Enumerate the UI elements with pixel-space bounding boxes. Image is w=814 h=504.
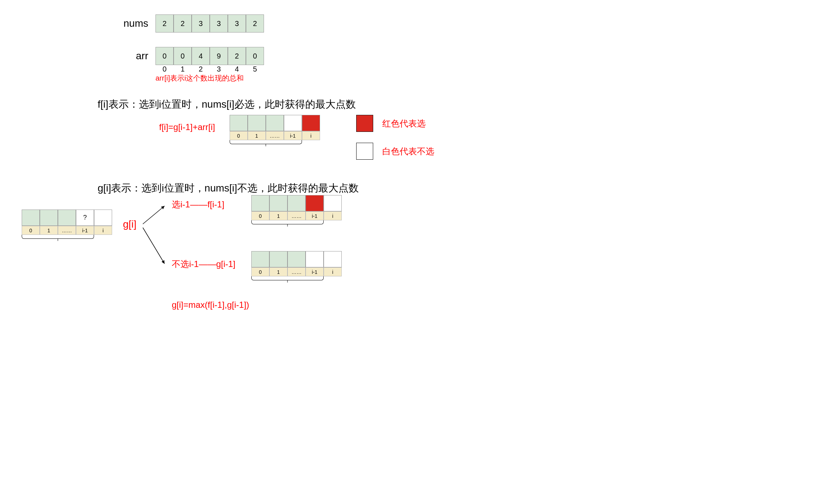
diagram-index: 0	[22, 226, 40, 235]
diagram-index: ……	[58, 226, 76, 235]
diagram-cell	[58, 210, 76, 226]
g-formula: g[i]=max(f[i-1],g[i-1])	[172, 300, 249, 310]
arr-label: arr	[105, 50, 148, 62]
svg-line-0	[143, 206, 165, 224]
diagram-index: i	[324, 211, 342, 220]
arr-index: 4	[228, 65, 246, 73]
diagram-cell-red	[302, 115, 320, 131]
g-label: g[i]	[123, 219, 136, 230]
arr-index: 0	[155, 65, 174, 73]
diagram-index: i-1	[306, 211, 324, 220]
diagram-index: ……	[287, 211, 306, 220]
arr-index: 1	[174, 65, 192, 73]
nums-cell: 2	[174, 14, 192, 33]
nums-cell: 3	[228, 14, 246, 33]
arr-cell: 4	[192, 47, 210, 65]
diagram-index: i-1	[76, 226, 94, 235]
diagram-index: 0	[251, 267, 269, 276]
g-branch2-diagram: 0 1 …… i-1 i	[251, 251, 342, 282]
arr-index: 2	[192, 65, 210, 73]
arr-index: 5	[246, 65, 264, 73]
brace-icon	[22, 235, 94, 240]
diagram-index: 1	[248, 131, 266, 140]
nums-label: nums	[105, 18, 148, 29]
diagram-cell	[251, 251, 269, 267]
diagram-index: i	[94, 226, 112, 235]
nums-cell: 3	[192, 14, 210, 33]
nums-cell: 2	[246, 14, 264, 33]
legend-red-label: 红色代表选	[382, 118, 426, 129]
branch-arrows	[141, 199, 170, 271]
diagram-cell	[248, 115, 266, 131]
diagram-cell	[40, 210, 58, 226]
g-description: g[i]表示：选到i位置时，nums[i]不选，此时获得的最大点数	[98, 181, 800, 195]
diagram-cell-white	[324, 195, 342, 211]
nums-cell: 3	[210, 14, 228, 33]
diagram-cell	[251, 195, 269, 211]
diagram-index: ……	[266, 131, 284, 140]
arr-index: 3	[210, 65, 228, 73]
legend-white-label: 白色代表不选	[382, 146, 434, 157]
arr-array: 0 0 4 9 2 0	[155, 47, 264, 65]
f-formula: f[i]=g[i-1]+arr[i]	[159, 122, 215, 132]
diagram-cell	[269, 195, 287, 211]
diagram-cell-white	[306, 251, 324, 267]
arr-cell: 0	[246, 47, 264, 65]
legend-white-swatch	[356, 143, 373, 160]
diagram-cell	[266, 115, 284, 131]
diagram-index: 0	[251, 211, 269, 220]
diagram-cell-white	[284, 115, 302, 131]
brace-icon	[230, 140, 302, 146]
diagram-index: i	[324, 267, 342, 276]
arr-note: arr[i]表示i这个数出现的总和	[155, 73, 244, 83]
g-branch1-diagram: 0 1 …… i-1 i	[251, 195, 342, 226]
diagram-index: 0	[230, 131, 248, 140]
g-branch1-label: 选i-1——f[i-1]	[172, 199, 224, 210]
diagram-cell-red	[306, 195, 324, 211]
diagram-index: ……	[287, 267, 306, 276]
arr-cell: 0	[174, 47, 192, 65]
diagram-index: i-1	[306, 267, 324, 276]
diagram-index: 1	[269, 211, 287, 220]
g-left-diagram: ? 0 1 …… i-1 i	[22, 210, 112, 240]
diagram-cell	[22, 210, 40, 226]
nums-cell: 2	[155, 14, 174, 33]
f-diagram: 0 1 …… i-1 i	[230, 115, 320, 146]
diagram-index: 1	[40, 226, 58, 235]
legend-red-swatch	[356, 115, 373, 132]
arr-cell: 9	[210, 47, 228, 65]
brace-icon	[251, 220, 324, 226]
f-description: f[i]表示：选到i位置时，nums[i]必选，此时获得的最大点数	[98, 98, 800, 111]
diagram-index: 1	[269, 267, 287, 276]
diagram-index: i	[302, 131, 320, 140]
diagram-cell	[287, 251, 306, 267]
svg-line-1	[143, 228, 165, 264]
diagram-cell	[230, 115, 248, 131]
diagram-cell	[269, 251, 287, 267]
brace-icon	[251, 276, 324, 282]
g-branch2-label: 不选i-1——g[i-1]	[172, 258, 235, 270]
arr-indices: 0 1 2 3 4 5	[155, 65, 264, 73]
diagram-index: i-1	[284, 131, 302, 140]
diagram-cell-white	[324, 251, 342, 267]
diagram-cell	[287, 195, 306, 211]
arr-cell: 2	[228, 47, 246, 65]
arr-cell: 0	[155, 47, 174, 65]
diagram-cell-question: ?	[76, 210, 94, 226]
nums-array: 2 2 3 3 3 2	[155, 14, 264, 33]
diagram-cell-white	[94, 210, 112, 226]
